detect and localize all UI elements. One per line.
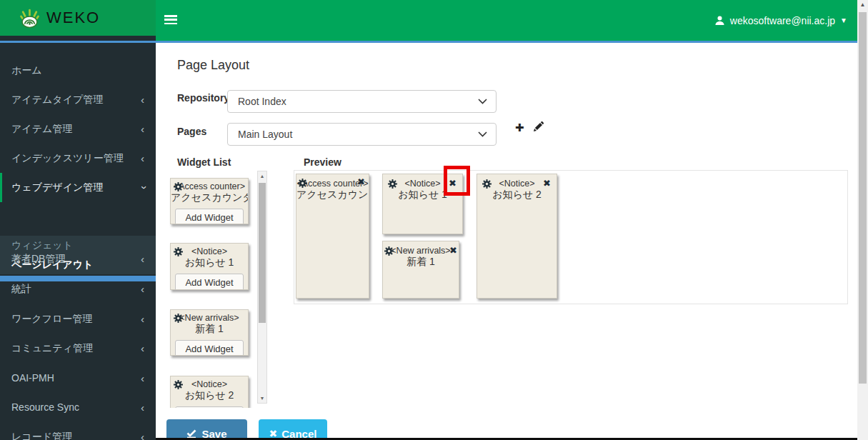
page-title: Page Layout [177,58,249,73]
sidebar-item-home[interactable]: ホーム [0,56,156,85]
widget-list-card-access-counter[interactable]: <Access counter> アクセスカウンタ Add Widget [170,178,249,224]
widget-name: お知らせ 1 [171,256,248,269]
weko-admin-page: WEKO wekosoftware@nii.ac.jp ▼ ホーム アイテムタイ… [0,0,868,440]
pages-select-value: Main Layout [238,129,292,140]
sidebar-item-itemtype[interactable]: アイテムタイプ管理 ‹ [0,85,156,114]
chevron-left-icon: ‹ [141,85,144,114]
preview-label: Preview [304,156,341,168]
add-page-button[interactable]: ✚ [515,121,524,134]
sidebar-item-community[interactable]: コミュニティ管理 ‹ [0,334,156,363]
sidebar-item-webdesign[interactable]: ウェブデザイン管理 ‹ [0,173,156,202]
sidebar-item-oaipmh[interactable]: OAI-PMH ‹ [0,364,156,393]
sidebar-item-items[interactable]: アイテム管理 ‹ [0,114,156,144]
widget-list-card-notice-2[interactable]: <Notice> お知らせ 2 Add Widget [170,376,249,408]
weko-logo-icon [20,9,39,28]
brand-name: WEKO [46,9,100,27]
preview-card-access-counter[interactable]: ✖ <Access counter> アクセスカウンタ [296,174,369,299]
gear-icon[interactable] [174,182,183,191]
chevron-left-icon: ‹ [141,422,144,440]
chevron-left-icon: ‹ [141,114,144,144]
close-icon[interactable]: ✖ [357,176,365,187]
add-widget-button[interactable]: Add Widget [175,209,244,224]
pages-select[interactable]: Main Layout [227,123,497,146]
scroll-up-icon[interactable]: ▲ [258,171,266,181]
gear-icon[interactable] [298,179,307,188]
add-widget-button[interactable]: Add Widget [175,274,244,290]
save-button[interactable]: Save [166,419,247,440]
highlight-annotation-box [444,166,470,196]
widget-list-scrollbar[interactable]: ▲ ▼ [257,171,267,404]
scrollbar-thumb[interactable] [259,183,266,323]
cancel-button[interactable]: ✖Cancel [259,419,327,440]
close-icon[interactable]: ✖ [449,245,457,256]
chevron-down-icon [478,131,487,137]
sidebar-item-indextree[interactable]: インデックスツリー管理 ‹ [0,144,156,173]
widget-name: 新着 1 [171,323,248,336]
sidebar-toggle-icon[interactable] [164,15,177,25]
sidebar-item-statistics[interactable]: 統計 ‹ [0,274,156,304]
chevron-left-icon: ‹ [141,393,144,422]
scroll-up-icon[interactable]: ▲ [857,1,868,8]
chevron-left-icon: ‹ [141,244,144,274]
widget-name: アクセスカウンタ [296,189,369,201]
widget-name: お知らせ 2 [171,389,248,402]
gear-icon[interactable] [482,179,492,189]
repository-label: Repository* [177,92,234,104]
sidebar-item-resource-sync[interactable]: Resource Sync ‹ [0,393,156,422]
widget-name: アクセスカウンタ [171,191,248,204]
widget-type: <New arrivals> [383,246,459,256]
chevron-down-icon: ▼ [840,16,847,24]
sidebar-nav: ホーム アイテムタイプ管理 ‹ アイテム管理 ‹ インデックスツリー管理 ‹ ウ… [0,36,156,440]
chevron-left-icon: ‹ [141,144,144,173]
plus-icon: ✚ [515,121,524,134]
preview-card-new-arrivals[interactable]: ✖ <New arrivals> 新着 1 [382,241,459,299]
gear-icon[interactable] [174,380,183,389]
pencil-icon [533,121,544,132]
user-menu[interactable]: wekosoftware@nii.ac.jp ▼ [714,0,847,41]
save-check-icon [186,429,197,439]
preview-panel [294,170,848,304]
page-scrollbar[interactable]: ▲ [857,0,868,440]
scrollbar-thumb[interactable] [859,12,867,384]
sidebar-item-records[interactable]: レコード管理 ‹ [0,422,156,440]
pages-label: Pages [177,126,206,137]
widget-name: 新着 1 [383,256,459,269]
scroll-down-icon[interactable]: ▼ [258,394,266,403]
sidebar-item-authordb[interactable]: 著者DB管理 ‹ [0,244,156,274]
chevron-left-icon: ‹ [141,274,144,304]
user-icon [714,15,725,26]
gear-icon[interactable] [384,246,394,256]
chevron-down-icon [478,99,487,104]
gear-icon[interactable] [174,314,183,323]
chevron-down-icon: ‹ [128,186,157,189]
widget-list-label: Widget List [177,156,231,168]
chevron-left-icon: ‹ [141,304,144,334]
preview-card-notice-2[interactable]: ✖ <Notice> お知らせ 2 [477,174,557,299]
gear-icon[interactable] [174,247,183,256]
chevron-left-icon: ‹ [141,364,144,393]
repository-select-value: Root Index [238,96,286,107]
add-widget-button[interactable]: Add Widget [175,406,244,408]
edit-page-button[interactable] [533,121,544,134]
header-accent-line [0,41,857,43]
widget-name: お知らせ 2 [477,189,557,201]
widget-list-card-notice-1[interactable]: <Notice> お知らせ 1 Add Widget [170,243,249,290]
chevron-left-icon: ‹ [141,334,144,363]
brand-logo[interactable]: WEKO [0,0,156,36]
sidebar-item-workflow[interactable]: ワークフロー管理 ‹ [0,304,156,334]
close-icon[interactable]: ✖ [543,178,551,189]
gear-icon[interactable] [388,179,397,189]
user-email: wekosoftware@nii.ac.jp [730,15,835,26]
repository-select[interactable]: Root Index [227,90,497,113]
add-widget-button[interactable]: Add Widget [175,340,244,356]
widget-list-card-new-arrivals[interactable]: <New arrivals> 新着 1 Add Widget [170,309,249,356]
widget-list-panel: <Access counter> アクセスカウンタ Add Widget <No… [166,171,268,408]
